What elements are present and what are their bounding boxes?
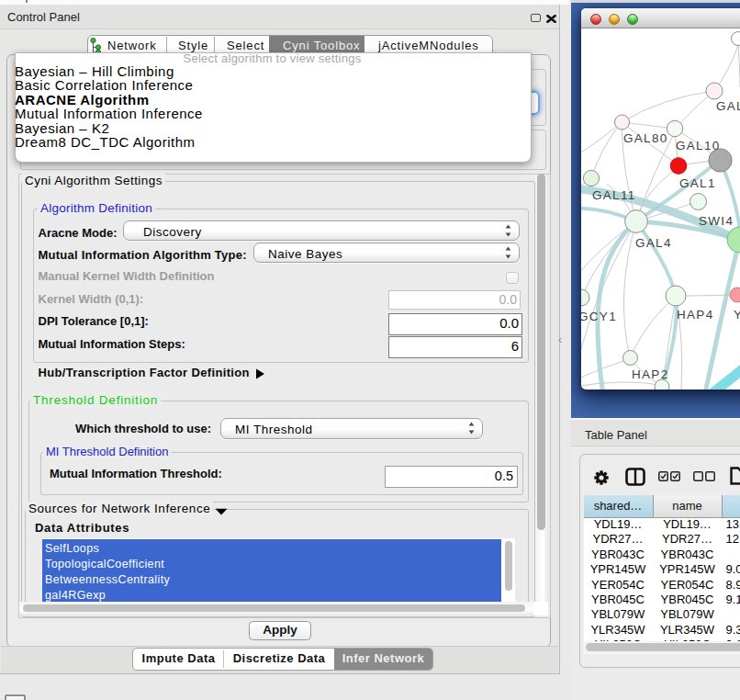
svg-text:GAL11: GAL11 — [592, 188, 636, 202]
svg-text:SWI4: SWI4 — [699, 214, 734, 228]
svg-text:GAL1: GAL1 — [679, 176, 716, 190]
svg-text:GAL2: GAL2 — [716, 99, 740, 113]
svg-text:GAL80: GAL80 — [623, 131, 668, 145]
svg-text:GAL10: GAL10 — [676, 139, 721, 152]
svg-text:HAP4: HAP4 — [677, 308, 713, 322]
svg-text:GAL4: GAL4 — [635, 236, 672, 250]
svg-text:YM: YM — [734, 308, 740, 322]
svg-text:GCY1: GCY1 — [581, 310, 617, 323]
svg-text:HAP2: HAP2 — [632, 367, 668, 381]
